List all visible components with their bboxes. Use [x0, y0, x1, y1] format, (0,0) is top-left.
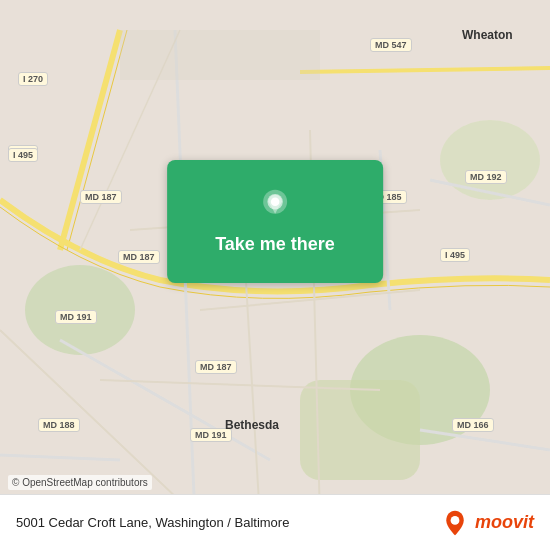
road-label-I495c: I 495 [440, 248, 470, 262]
road-label-MD188: MD 188 [38, 418, 80, 432]
moovit-brand-text: moovit [475, 512, 534, 533]
svg-rect-21 [120, 30, 320, 80]
take-me-there-button[interactable]: Take me there [167, 160, 383, 283]
road-label-MD187a: MD 187 [80, 190, 122, 204]
road-label-MD192: MD 192 [465, 170, 507, 184]
moovit-pin-icon [441, 509, 469, 537]
address-text: 5001 Cedar Croft Lane, Washington / Balt… [16, 515, 289, 530]
svg-point-25 [451, 516, 460, 525]
copyright-text: © OpenStreetMap contributors [8, 475, 152, 490]
road-label-MD187c: MD 187 [195, 360, 237, 374]
moovit-logo: moovit [441, 509, 534, 537]
map-container: I 270 I 270 MD 547 MD 187 MD 185 MD 192 … [0, 0, 550, 550]
svg-point-3 [440, 120, 540, 200]
road-label-MD191: MD 191 [55, 310, 97, 324]
road-label-MD547: MD 547 [370, 38, 412, 52]
road-label-MD166: MD 166 [452, 418, 494, 432]
location-pin-icon [257, 188, 293, 224]
road-label-I495a: I 495 [8, 148, 38, 162]
road-label-I270a: I 270 [18, 72, 48, 86]
bottom-bar: 5001 Cedar Croft Lane, Washington / Balt… [0, 494, 550, 550]
place-label-wheaton: Wheaton [462, 28, 513, 42]
road-label-MD187b: MD 187 [118, 250, 160, 264]
take-me-there-label: Take me there [215, 234, 335, 255]
place-label-bethesda: Bethesda [225, 418, 279, 432]
